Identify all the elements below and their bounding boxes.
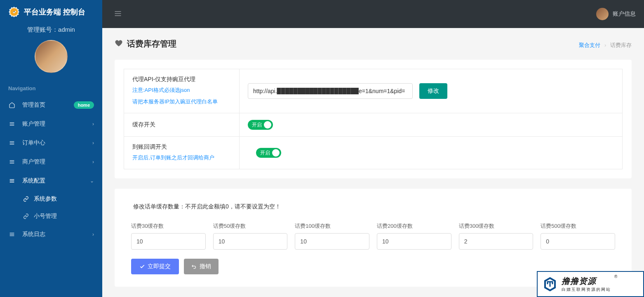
nav-label-order: 订单中心: [22, 139, 92, 147]
nav-item-home[interactable]: 管理首页 home: [0, 96, 102, 115]
api-value-cell: 修改: [240, 69, 623, 113]
cache-label-300: 话费300缓存数: [459, 222, 534, 230]
watermark: 撸撸资源 白嫖互联网资源的网站 ®: [537, 271, 644, 297]
admin-account-label: 管理账号：admin: [0, 24, 102, 38]
sub-label-system-params: 系统参数: [34, 195, 57, 203]
list-icon: [8, 121, 16, 127]
toggle-knob: [272, 149, 280, 157]
cache-input-500[interactable]: [541, 233, 615, 250]
logo-area: 平台业务端 控制台: [0, 0, 102, 24]
chevron-right-icon: ›: [92, 121, 94, 127]
chevron-right-icon: ›: [92, 159, 94, 165]
nav-item-account[interactable]: 账户管理 ›: [0, 115, 102, 133]
cache-label-200: 话费200缓存数: [377, 222, 451, 230]
heart-icon: [115, 39, 123, 49]
content: 话费库存管理 聚合支付 › 话费库存 代理API-仅支持豌豆代理 注意:API格…: [102, 28, 644, 297]
nav-item-merchant[interactable]: 商户管理 ›: [0, 152, 102, 171]
page-title: 话费库存管理: [127, 38, 176, 49]
api-label-cell: 代理API-仅支持豌豆代理 注意:API格式必须选json 请把本服务器IP加入…: [124, 69, 240, 113]
chevron-right-icon: ›: [92, 232, 94, 237]
toggle-state-label: 开启: [252, 122, 262, 129]
cancel-button[interactable]: 撤销: [184, 259, 219, 274]
settings-table: 代理API-仅支持豌豆代理 注意:API格式必须选json 请把本服务器IP加入…: [124, 69, 623, 169]
logo-gear-icon: [8, 6, 20, 18]
submit-button[interactable]: 立即提交: [131, 259, 179, 274]
cache-input-30[interactable]: [131, 233, 206, 250]
cache-input-300[interactable]: [459, 233, 534, 250]
watermark-sub: 白嫖互联网资源的网站: [562, 287, 611, 292]
sub-item-account-mgmt[interactable]: 小号管理: [0, 208, 102, 225]
api-note2: 请把本服务器IP加入豌豆代理白名单: [132, 97, 231, 106]
list-icon: [8, 140, 16, 146]
undo-icon: [191, 264, 197, 269]
cancel-label: 撤销: [200, 263, 211, 270]
cache-switch-label: 缓存开关: [132, 121, 231, 129]
api-note1: 注意:API格式必须选json: [132, 86, 231, 95]
sidebar-avatar[interactable]: [35, 40, 68, 73]
nav-item-system-config[interactable]: 系统配置 ⌄: [0, 171, 102, 190]
page-header: 话费库存管理 聚合支付 › 话费库存: [115, 38, 632, 49]
api-title: 代理API-仅支持豌豆代理: [132, 76, 231, 83]
menu-toggle-button[interactable]: [110, 6, 125, 22]
sub-label-account-mgmt: 小号管理: [34, 213, 57, 220]
topbar: 账户信息: [102, 0, 644, 28]
nav-label-system-log: 系统日志: [22, 231, 92, 238]
breadcrumb-sep: ›: [604, 42, 606, 48]
settings-row-callback-switch: 到账回调开关 开启后,订单到账之后才回调给商户 开启: [124, 137, 623, 169]
cache-label-500: 话费500缓存数: [541, 222, 615, 230]
cache-label-30: 话费30缓存数: [131, 222, 206, 230]
cache-switch-toggle[interactable]: 开启: [248, 120, 273, 130]
submit-label: 立即提交: [148, 263, 171, 270]
nav-item-system-log[interactable]: 系统日志 ›: [0, 225, 102, 244]
home-icon: [8, 102, 16, 108]
watermark-logo-icon: [542, 276, 558, 292]
settings-row-cache-switch: 缓存开关 开启: [124, 113, 623, 137]
page-title-wrap: 话费库存管理: [115, 38, 176, 49]
toggle-knob: [264, 121, 271, 129]
main: 账户信息 话费库存管理 聚合支付 › 话费库存 代理API-仅支持豌豆代理: [102, 0, 644, 297]
cache-label-50: 话费50缓存数: [213, 222, 288, 230]
breadcrumb-parent[interactable]: 聚合支付: [579, 42, 600, 48]
cache-field-500: 话费500缓存数: [541, 222, 615, 250]
cache-field-200: 话费200缓存数: [377, 222, 451, 250]
nav-section-label: Navigation: [0, 81, 102, 96]
callback-switch-label-cell: 到账回调开关 开启后,订单到账之后才回调给商户: [124, 137, 240, 169]
api-url-input[interactable]: [248, 83, 413, 99]
user-menu[interactable]: 账户信息: [596, 8, 636, 20]
nav-label-account: 账户管理: [22, 120, 92, 128]
logo-text: 平台业务端 控制台: [24, 7, 85, 17]
nav-item-order[interactable]: 订单中心 ›: [0, 133, 102, 152]
cache-field-50: 话费50缓存数: [213, 222, 288, 250]
nav-label-system-config: 系统配置: [22, 177, 90, 185]
watermark-title: 撸撸资源: [562, 276, 611, 287]
cache-switch-value-cell: 开启: [240, 113, 623, 137]
link-icon: [23, 213, 29, 219]
sub-item-system-params[interactable]: 系统参数: [0, 190, 102, 208]
nav-label-home: 管理首页: [22, 101, 74, 109]
cache-instruction: 修改话单缓存数量：不开启此金额填0，请不要设置为空！: [131, 201, 615, 213]
callback-switch-label: 到账回调开关: [132, 143, 231, 151]
avatar-wrap: [0, 38, 102, 81]
cache-field-300: 话费300缓存数: [459, 222, 534, 250]
cache-input-50[interactable]: [213, 233, 288, 250]
user-name-label: 账户信息: [613, 10, 636, 18]
settings-card: 代理API-仅支持豌豆代理 注意:API格式必须选json 请把本服务器IP加入…: [115, 60, 632, 178]
toggle-state-label: 开启: [260, 150, 270, 157]
cache-input-100[interactable]: [295, 233, 369, 250]
cache-input-200[interactable]: [377, 233, 451, 250]
modify-button[interactable]: 修改: [419, 83, 447, 99]
list-icon: [8, 231, 16, 238]
link-icon: [23, 196, 29, 202]
cache-grid: 话费30缓存数 话费50缓存数 话费100缓存数 话费200缓存数 话费300缓…: [131, 222, 615, 250]
callback-switch-value-cell: 开启: [240, 137, 623, 169]
cache-field-100: 话费100缓存数: [295, 222, 369, 250]
badge-home: home: [74, 101, 94, 109]
settings-row-api: 代理API-仅支持豌豆代理 注意:API格式必须选json 请把本服务器IP加入…: [124, 69, 623, 113]
cache-label-100: 话费100缓存数: [295, 222, 369, 230]
chevron-down-icon: ⌄: [90, 178, 94, 184]
list-icon: [8, 159, 16, 165]
sidebar: 平台业务端 控制台 管理账号：admin Navigation 管理首页 hom…: [0, 0, 102, 297]
callback-switch-toggle[interactable]: 开启: [256, 148, 281, 158]
user-avatar: [596, 8, 609, 20]
cache-field-30: 话费30缓存数: [131, 222, 206, 250]
